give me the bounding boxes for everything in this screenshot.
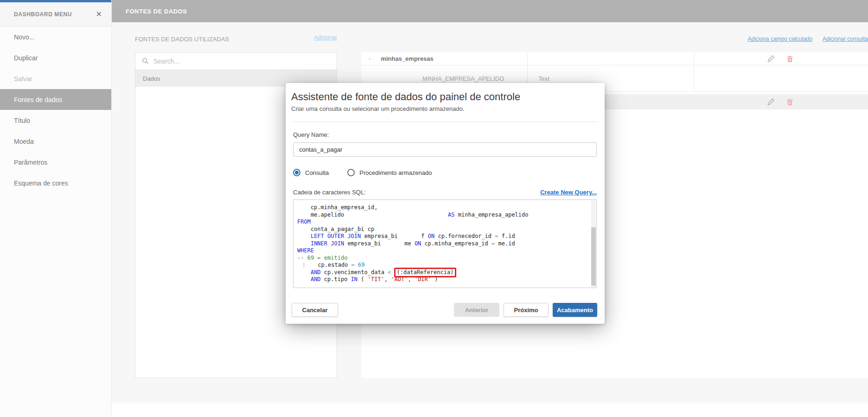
query-name-input[interactable]	[293, 142, 597, 157]
query-type-radio-group: Consulta Procedimento armazenado	[293, 169, 597, 176]
sql-token: AS	[448, 212, 454, 218]
sidebar-menu: Novo...DuplicarSalvarFontes de dadosTítu…	[0, 26, 111, 193]
sql-token: 'TIT'	[368, 276, 384, 282]
delete-trash-icon[interactable]	[786, 55, 794, 63]
sql-token: empresa_bi f	[361, 233, 428, 239]
sql-code: cp.minha_empresa_id, me.apelido AS minha…	[294, 200, 596, 288]
search-bar	[135, 53, 337, 70]
sql-token: 'DIR'	[415, 276, 431, 282]
sql-code-line: LEFT OUTER JOIN empresa_bi f ON cp.forne…	[297, 233, 593, 240]
radio-consulta[interactable]	[293, 169, 300, 176]
sql-token: ,	[408, 276, 414, 282]
sql-token: 69	[358, 262, 364, 268]
right-panel-links: Adiciona campo calculado Adicionar consu…	[748, 36, 868, 42]
sql-token: conta_a_pagar_bi cp	[297, 226, 374, 232]
sql-token: me.id	[495, 240, 515, 247]
sql-token: ON	[428, 233, 434, 239]
radio-procedimento[interactable]	[347, 169, 355, 176]
delete-trash-icon[interactable]	[786, 98, 794, 106]
sql-code-line: INNER JOIN empresa_bi me ON cp.minha_emp…	[297, 240, 593, 248]
modal-header: Assistente de fonte de dados do painel d…	[286, 83, 605, 122]
sql-token: AND	[311, 276, 321, 282]
sql-token: -- 69 = emitido	[297, 255, 347, 261]
sql-code-line: WHERE	[297, 247, 593, 255]
table-row: - minhas_empresas	[361, 52, 868, 65]
sql-token	[355, 262, 358, 268]
sql-token: FROM	[297, 218, 311, 225]
row-actions	[694, 52, 868, 65]
sql-token	[297, 276, 311, 282]
sql-token: cp.fornecedor_id	[434, 233, 495, 239]
sql-code-line: conta_a_pagar_bi cp	[297, 226, 593, 233]
cancel-button[interactable]: Cancelar	[292, 303, 338, 317]
previous-button[interactable]: Anterior	[454, 303, 499, 317]
create-new-query-link[interactable]: Create New Query...	[540, 189, 597, 196]
sql-code-line: AND cp.vencimento_data < (:dataReferenci…	[297, 269, 593, 276]
sql-token: INNER JOIN	[311, 240, 344, 247]
sidebar-item-novo[interactable]: Novo...	[0, 26, 111, 47]
sql-token: =	[495, 233, 498, 239]
sql-token: empresa_bi me	[344, 240, 415, 247]
app-root: DASHBOARD MENU ✕ Novo...DuplicarSalvarFo…	[0, 0, 868, 417]
sidebar-header: DASHBOARD MENU ✕	[0, 2, 111, 26]
datasource-wizard-modal: Assistente de fonte de dados do painel d…	[286, 83, 605, 324]
sql-token	[297, 269, 311, 276]
radio-procedimento-label[interactable]: Procedimento armazenado	[359, 169, 432, 176]
sidebar: DASHBOARD MENU ✕ Novo...DuplicarSalvarFo…	[0, 0, 112, 417]
query-name-cell[interactable]: - minhas_empresas	[361, 52, 528, 65]
sidebar-item-salvar[interactable]: Salvar	[0, 68, 111, 89]
sidebar-title: DASHBOARD MENU	[14, 11, 72, 18]
search-icon	[142, 58, 149, 65]
sql-token: ON	[415, 240, 421, 247]
close-icon[interactable]: ✕	[96, 11, 102, 18]
add-calculated-field-link[interactable]: Adiciona campo calculado	[748, 36, 812, 42]
modal-subtitle: Criar uma consulta ou selecionar um proc…	[291, 105, 598, 112]
query-name-label: minhas_empresas	[381, 55, 433, 62]
sql-token: cp.estado	[304, 262, 351, 268]
sql-token: WHERE	[297, 247, 314, 254]
search-input[interactable]	[153, 58, 306, 65]
scrollbar-thumb[interactable]	[591, 227, 596, 286]
sql-editor-scrollbar[interactable]	[591, 200, 596, 287]
empty-cell	[694, 65, 868, 91]
sidebar-item-par-metros[interactable]: Parâmetros	[0, 152, 111, 173]
topbar: FONTES DE DADOS	[112, 0, 868, 22]
query-name-field-label: Query Name:	[293, 131, 597, 138]
sql-code-line: FROM	[297, 218, 593, 226]
sidebar-item-t-tulo[interactable]: Título	[0, 110, 111, 131]
collapse-toggle-icon[interactable]: -	[369, 55, 370, 62]
sql-token	[297, 233, 311, 239]
sql-token: f.id	[498, 233, 515, 239]
sidebar-item-moeda[interactable]: Moeda	[0, 131, 111, 152]
modal-footer: Cancelar Anterior Próximo Acabamento	[286, 303, 605, 317]
edit-pencil-icon[interactable]	[767, 55, 774, 63]
sql-token: cp.tipo	[321, 276, 351, 282]
sql-token	[297, 240, 311, 247]
sidebar-item-duplicar[interactable]: Duplicar	[0, 47, 111, 68]
sql-token: 'ADT'	[391, 276, 408, 282]
edit-pencil-icon[interactable]	[767, 98, 774, 106]
modal-body: Query Name: Consulta Procedimento armaze…	[286, 122, 605, 288]
sidebar-item-esquema-de-cores[interactable]: Esquema de cores	[0, 173, 111, 193]
page-title: FONTES DE DADOS	[126, 8, 187, 15]
sql-token: cp.minha_empresa_id	[421, 240, 491, 247]
add-datasource-link[interactable]: Adicionar	[135, 34, 337, 41]
sql-token: cp.minha_empresa_id,	[297, 204, 377, 211]
sql-code-line: -- 69 = emitido	[297, 255, 593, 262]
sql-token	[297, 262, 304, 268]
sql-string-label: Cadeia de caracteres SQL:	[293, 189, 366, 196]
sql-code-line: me.apelido AS minha_empresa_apelido	[297, 212, 593, 219]
sql-token: )	[431, 276, 438, 282]
next-button[interactable]: Próximo	[504, 303, 549, 317]
sql-token: minha_empresa_apelido	[455, 212, 529, 218]
finish-button[interactable]: Acabamento	[553, 303, 597, 317]
radio-consulta-label[interactable]: Consulta	[305, 169, 329, 176]
sql-editor[interactable]: cp.minha_empresa_id, me.apelido AS minha…	[293, 199, 597, 288]
sidebar-item-fontes-de-dados[interactable]: Fontes de dados	[0, 89, 111, 110]
sql-token: =	[351, 262, 355, 268]
sql-token: cp.vencimento_data	[321, 269, 388, 276]
add-query-link[interactable]: Adicionar consulta	[823, 36, 868, 42]
empty-cell	[528, 52, 694, 65]
sql-token: me.apelido	[297, 212, 448, 218]
sql-token: AND	[311, 269, 321, 276]
